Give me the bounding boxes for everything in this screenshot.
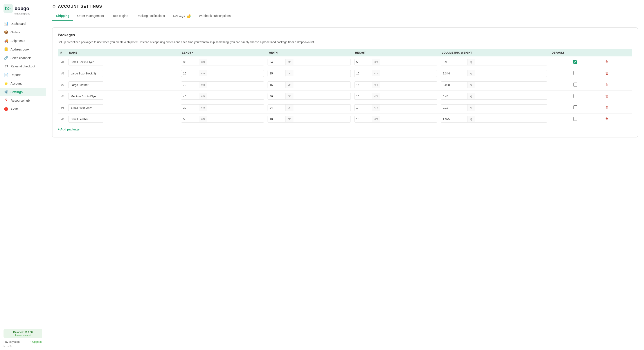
table-row: #4 cm cm cm kg	[58, 90, 632, 102]
vol-wrapper-4: kg	[441, 93, 547, 100]
vol-input-2[interactable]	[441, 70, 467, 77]
default-checkbox-5[interactable]	[573, 106, 577, 109]
vol-input-6[interactable]	[441, 116, 467, 122]
width-wrapper-3: cm	[268, 82, 350, 88]
length-unit-5: cm	[199, 104, 207, 111]
account-icon: ⭐	[4, 81, 8, 86]
default-checkbox-2[interactable]	[573, 71, 577, 75]
shipments-icon: 🚚	[4, 39, 8, 43]
default-checkbox-1[interactable]	[573, 60, 577, 64]
tab-shipping[interactable]: Shipping	[52, 12, 73, 21]
sidebar-item-address-book[interactable]: 📒 Address book	[0, 45, 46, 54]
tab-api-keys[interactable]: API keys 👑	[169, 12, 195, 21]
length-input-4[interactable]	[181, 93, 199, 100]
col-length: LENGTH	[179, 49, 266, 56]
delete-button-1[interactable]: 🗑	[604, 59, 610, 65]
col-width: WIDTH	[266, 49, 352, 56]
plan-row: Pay as you go ↑ Upgrade	[4, 340, 42, 344]
vol-input-5[interactable]	[441, 104, 467, 111]
sidebar-item-account[interactable]: ⭐ Account	[0, 79, 46, 88]
tab-rule-engine[interactable]: Rule engine	[108, 12, 132, 21]
delete-button-5[interactable]: 🗑	[604, 105, 610, 110]
length-input-6[interactable]	[181, 116, 199, 122]
name-input-5[interactable]	[68, 104, 104, 111]
sidebar-item-dashboard[interactable]: 📊 Dashboard	[0, 19, 46, 28]
sidebar-item-sales-channels[interactable]: 🔗 Sales channels	[0, 54, 46, 62]
name-input-6[interactable]	[68, 116, 104, 122]
table-row: #5 cm cm cm kg	[58, 102, 632, 113]
row-num-1: #1	[60, 60, 64, 64]
name-input-1[interactable]	[68, 59, 104, 66]
height-input-6[interactable]	[354, 116, 372, 122]
vol-input-3[interactable]	[441, 82, 467, 88]
sidebar-label-dashboard: Dashboard	[10, 22, 26, 26]
sidebar-label-reports: Reports	[10, 73, 21, 77]
width-input-3[interactable]	[268, 82, 285, 88]
width-input-4[interactable]	[268, 93, 285, 100]
length-input-3[interactable]	[181, 82, 199, 88]
packages-section: Packages Set up predefined packages to u…	[52, 28, 638, 138]
width-unit-4: cm	[285, 93, 294, 99]
top-up-link[interactable]: Top up account	[6, 334, 40, 336]
sidebar-item-shipments[interactable]: 🚚 Shipments	[0, 36, 46, 45]
height-input-2[interactable]	[354, 70, 372, 77]
tab-order-management[interactable]: Order management	[73, 12, 108, 21]
table-row: #1 cm cm cm kg	[58, 56, 632, 68]
sidebar-item-settings[interactable]: ⚙️ Settings	[0, 88, 46, 96]
width-input-6[interactable]	[268, 116, 285, 122]
tab-webhook-subscriptions[interactable]: Webhook subscriptions	[195, 12, 234, 21]
col-name: NAME	[66, 49, 179, 56]
sidebar-label-account: Account	[10, 82, 22, 85]
upgrade-link[interactable]: ↑ Upgrade	[30, 340, 42, 344]
width-input-5[interactable]	[268, 104, 285, 111]
default-checkbox-4[interactable]	[573, 94, 577, 98]
logo-name: bobgo	[14, 6, 29, 12]
alerts-icon: 🔴	[4, 107, 8, 111]
add-package-button[interactable]: + Add package	[58, 125, 80, 132]
sidebar-item-alerts[interactable]: 🔴 Alerts	[0, 105, 46, 113]
col-actions	[602, 49, 632, 56]
dashboard-icon: 📊	[4, 22, 8, 26]
vol-unit-4: kg	[467, 93, 475, 99]
sidebar-item-resource-hub[interactable]: ❓ Resource hub	[0, 96, 46, 105]
vol-wrapper-2: kg	[441, 70, 547, 77]
vol-wrapper-1: kg	[441, 59, 547, 66]
width-input-2[interactable]	[268, 70, 285, 77]
delete-button-6[interactable]: 🗑	[604, 116, 610, 122]
vol-unit-6: kg	[467, 116, 475, 122]
tab-tracking-notifications[interactable]: Tracking notifications	[132, 12, 169, 21]
sidebar-item-reports[interactable]: 📄 Reports	[0, 70, 46, 79]
width-unit-6: cm	[285, 116, 294, 122]
name-input-2[interactable]	[68, 70, 104, 77]
height-input-5[interactable]	[354, 104, 372, 111]
delete-button-4[interactable]: 🗑	[604, 93, 610, 99]
length-input-5[interactable]	[181, 104, 199, 111]
sidebar-item-orders[interactable]: 📦 Orders	[0, 28, 46, 36]
height-input-4[interactable]	[354, 93, 372, 100]
name-input-3[interactable]	[68, 82, 104, 88]
delete-button-3[interactable]: 🗑	[604, 82, 610, 88]
height-input-1[interactable]	[354, 59, 372, 65]
vol-input-4[interactable]	[441, 93, 467, 100]
logo-area: b> bobgo smart shipping	[0, 0, 46, 18]
length-wrapper-5: cm	[181, 104, 264, 111]
name-input-4[interactable]	[68, 93, 104, 100]
height-unit-2: cm	[372, 70, 380, 76]
length-input-1[interactable]	[181, 59, 199, 65]
row-num-2: #2	[60, 72, 64, 75]
sidebar-label-rates: Rates at checkout	[10, 64, 35, 68]
sidebar-item-rates[interactable]: 🏷 Rates at checkout	[0, 62, 46, 70]
height-unit-3: cm	[372, 82, 380, 88]
vol-input-1[interactable]	[441, 59, 467, 65]
default-checkbox-3[interactable]	[573, 82, 577, 86]
sidebar-label-shipments: Shipments	[10, 39, 25, 42]
vol-unit-2: kg	[467, 70, 475, 76]
length-wrapper-1: cm	[181, 59, 264, 66]
delete-button-2[interactable]: 🗑	[604, 70, 610, 76]
length-input-2[interactable]	[181, 70, 199, 77]
width-input-1[interactable]	[268, 59, 285, 65]
default-checkbox-6[interactable]	[573, 117, 577, 121]
col-volumetric-weight: VOLUMETRIC WEIGHT	[439, 49, 549, 56]
height-input-3[interactable]	[354, 82, 372, 88]
page-title-row: ⚙ ACCOUNT SETTINGS	[52, 4, 638, 9]
